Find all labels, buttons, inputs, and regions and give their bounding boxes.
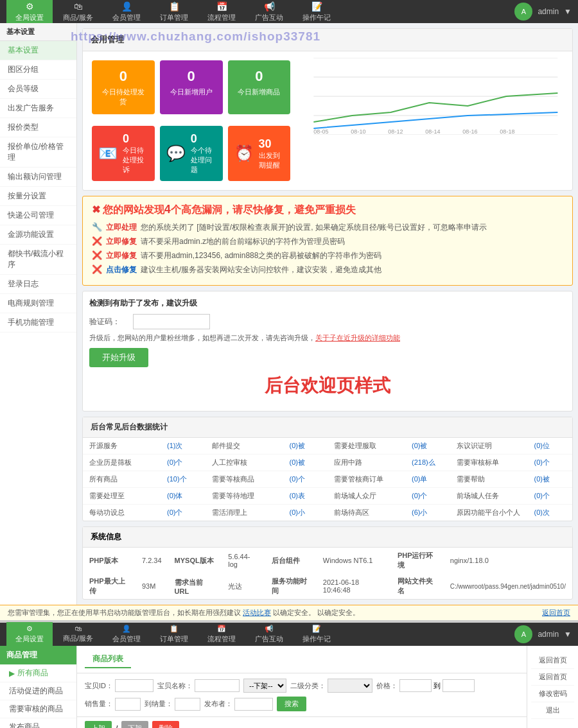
nav2-label-flow: 流程管理 (207, 634, 236, 644)
nav-item-orders[interactable]: 📋 订单管理 (151, 0, 197, 25)
dropdown-icon[interactable]: ▼ (564, 7, 572, 16)
sidebar-2: 商品管理 ▶ 所有商品 活动促进的商品 需要审核的商品 发布商品 仿行列报 服务… (0, 646, 77, 728)
filter-id-group: 宝贝ID： (85, 679, 153, 692)
sidebar-item-ad-service[interactable]: 出发广告服务 (0, 99, 76, 118)
nav-label-members: 会员管理 (112, 13, 141, 22)
shortcut-home[interactable]: 返回首页 (531, 652, 574, 669)
nav2-item-settings[interactable]: ⚙ 全局设置 (6, 622, 53, 646)
filter-sales-input[interactable] (115, 698, 141, 711)
members-icon: 👤 (121, 1, 132, 12)
settings-icon: ⚙ (26, 1, 34, 12)
shortcut-home2[interactable]: 返回首页 (531, 669, 574, 686)
notice-link[interactable]: 活动比赛 (243, 609, 271, 616)
sidebar-item-mini[interactable]: 都快书/截流小程序 (0, 245, 76, 275)
shortcut-password[interactable]: 修改密码 (531, 686, 574, 702)
filter-status-select[interactable]: --下架-- 上架 下架 (243, 679, 286, 693)
filter-refund-input[interactable] (175, 698, 200, 711)
sidebar2-all-products[interactable]: ▶ 所有商品 (0, 664, 76, 682)
nav-item-oplog[interactable]: 📝 操作午记 (293, 0, 340, 25)
nav2-icon-flow: 📅 (217, 625, 226, 633)
admin-label-2: admin (538, 630, 559, 639)
stat-label-users: 今日新增用户 (168, 87, 215, 97)
action-up-button[interactable]: 上架 (85, 721, 112, 728)
sidebar-item-basic[interactable]: 基本设置 (0, 41, 76, 60)
sidebar-item-login-log[interactable]: 登录日志 (0, 275, 76, 294)
nav-label-ads: 广告互动 (255, 13, 283, 22)
nav-items-left: ⚙ 全局设置 🛍 商品/服务 👤 会员管理 📋 订单管理 📅 流程管 (6, 0, 340, 25)
top-navigation: ⚙ 全局设置 🛍 商品/服务 👤 会员管理 📋 订单管理 📅 流程管 (0, 0, 578, 23)
sidebar-item-member-level[interactable]: 会员等级 (0, 80, 76, 99)
dropdown-icon-2[interactable]: ▼ (564, 630, 572, 639)
nav2-items-left: ⚙ 全局设置 🛍 商品/服务 👤 会员管理 📋 订单管理 📅 流程管 (6, 622, 340, 646)
sidebar-item-visit-mgmt[interactable]: 输出额访问管理 (0, 168, 76, 187)
notice-back-link[interactable]: 返回首页 (542, 609, 570, 616)
flow-icon: 📅 (216, 1, 227, 12)
filter-poster-input[interactable] (234, 698, 273, 711)
filter-id-input[interactable] (115, 679, 153, 692)
filter-sales-group: 销售量： (85, 698, 141, 711)
nav-item-ads[interactable]: 📢 广告互动 (246, 0, 292, 25)
alert-count: 4 (164, 203, 171, 216)
upgrade-link[interactable]: 关于子在近升级的详细功能 (315, 334, 400, 342)
filter-price-to[interactable] (442, 679, 475, 692)
product-list-content: 商品列表 宝贝ID： 宝贝名称： --下架-- 上架 (77, 646, 527, 728)
action-delete-button[interactable]: 删除 (152, 721, 179, 728)
sidebar-item-express[interactable]: 快递公司管理 (0, 206, 76, 225)
sidebar-item-mobile[interactable]: 手机功能管理 (0, 313, 76, 333)
nav-item-members[interactable]: 👤 会员管理 (103, 0, 150, 25)
svg-text:08-18: 08-18 (500, 128, 515, 135)
nav2-item-flow[interactable]: 📅 流程管理 (198, 622, 245, 646)
sidebar-item-price-type[interactable]: 报价类型 (0, 118, 76, 137)
nav2-item-ads[interactable]: 📢 广告互动 (246, 622, 292, 646)
product-filter: 宝贝ID： 宝贝名称： --下架-- 上架 下架 (77, 673, 527, 717)
alert-action-1[interactable]: 立即修复 (106, 236, 137, 247)
stat-card-shipping: 0 今日待处理发货 (92, 60, 155, 114)
filter-category-select[interactable] (328, 679, 372, 693)
action-down-button[interactable]: 下架 (121, 721, 148, 728)
sidebar-item-batch-settings[interactable]: 按量分设置 (0, 187, 76, 206)
filter-name-input[interactable] (195, 679, 240, 692)
nav2-item-members[interactable]: 👤 会员管理 (103, 622, 150, 646)
sidebar2-pending-products[interactable]: 需要审核的商品 (0, 700, 76, 718)
sidebar2-product-title[interactable]: 商品管理 (0, 646, 76, 664)
nav2-item-products[interactable]: 🛍 商品/服务 (54, 622, 102, 646)
nav-right: A admin ▼ (514, 3, 572, 21)
sidebar-item-gold[interactable]: 金源功能设置 (0, 225, 76, 245)
sidebar-item-price-unit[interactable]: 报价单位/价格管理 (0, 137, 76, 168)
upgrade-button[interactable]: 开始升级 (89, 348, 148, 367)
filter-name-group: 宝贝名称： (157, 679, 240, 692)
action-separator: / (116, 724, 118, 729)
ads-icon: 📢 (264, 1, 275, 12)
expiry-icon: ⏰ (234, 144, 254, 162)
nav2-item-oplog[interactable]: 📝 操作午记 (293, 622, 340, 646)
sidebar-item-ecommerce[interactable]: 电商规则管理 (0, 294, 76, 313)
stat-label-complaint: 今日待处理投诉 (123, 146, 148, 175)
filter-name-label: 宝贝名称： (157, 681, 193, 691)
product-list-tab[interactable]: 商品列表 (85, 651, 131, 668)
sidebar2-label-all: 所有商品 (17, 668, 48, 679)
alert-item-1: ❌ 立即修复 请不要采用admin.z地的前台前端标识的字符作为管理员密码 (92, 236, 563, 247)
nav-label-orders: 订单管理 (160, 13, 188, 22)
stat-card-expiry: ⏰ 30 出发到期提醒 (228, 126, 291, 181)
alert-action-3[interactable]: 点击修复 (106, 264, 137, 275)
main-content: 会用管理 0 今日待处理发货 0 今日新增用户 (77, 23, 578, 605)
alert-action-0[interactable]: 立即处理 (106, 222, 137, 233)
alert-text-0: 您的系统关闭了 [随时设置/权限检查表展开]的设置, 如果确定系统目径/账号已设… (141, 222, 487, 233)
nav-item-flow[interactable]: 📅 流程管理 (198, 0, 245, 25)
nav-label-flow: 流程管理 (207, 13, 236, 22)
alert-icon-fix1: ❌ (92, 236, 102, 246)
shortcut-logout[interactable]: 退出 (531, 702, 574, 719)
nav-item-products[interactable]: 🛍 商品/服务 (54, 0, 102, 25)
sidebar-item-category[interactable]: 图区分组 (0, 60, 76, 80)
nav2-label-members: 会员管理 (112, 634, 141, 644)
verify-input[interactable] (133, 314, 210, 329)
filter-price-from[interactable] (399, 679, 432, 692)
alert-action-2[interactable]: 立即修复 (106, 250, 137, 261)
stat-card-complaint: 📧 0 今日待处理投诉 (92, 126, 155, 181)
nav2-item-orders[interactable]: 📋 订单管理 (151, 622, 197, 646)
search-button[interactable]: 搜索 (277, 697, 306, 711)
alert-text-2: 请不要用admin,123456, admin888之类的容易被破解的字符串作为… (141, 250, 381, 261)
sidebar2-publish-product[interactable]: 发布商品 (0, 718, 76, 728)
nav-item-global-settings[interactable]: ⚙ 全局设置 (6, 0, 53, 25)
sidebar2-active-products[interactable]: 活动促进的商品 (0, 682, 76, 700)
